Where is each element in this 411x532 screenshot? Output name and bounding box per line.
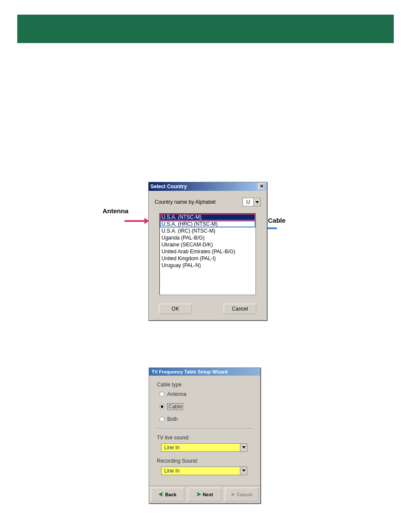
alphabet-dropdown[interactable]: U bbox=[243, 198, 261, 206]
chevron-down-icon bbox=[240, 444, 247, 451]
cancel-label: Cancel bbox=[237, 492, 252, 497]
back-button[interactable]: ⮜ Back bbox=[151, 488, 184, 501]
back-label: Back bbox=[165, 492, 176, 497]
dropdown-value: Line In bbox=[162, 444, 240, 451]
ok-button[interactable]: OK bbox=[159, 304, 192, 314]
alphabet-value: U bbox=[243, 198, 253, 206]
arrow-red-icon bbox=[125, 217, 149, 225]
list-item[interactable]: U.S.A. (HRC) (NTSC-M) bbox=[160, 221, 255, 227]
next-label: Next bbox=[203, 492, 213, 497]
next-icon: ⮞ bbox=[196, 492, 201, 497]
cancel-button[interactable]: Cancel bbox=[224, 304, 256, 314]
svg-marker-4 bbox=[255, 201, 259, 203]
page-header-bar bbox=[17, 15, 394, 43]
radio-antenna[interactable]: Antenna bbox=[159, 391, 252, 397]
chevron-down-icon bbox=[253, 198, 260, 206]
close-button[interactable]: ✕ bbox=[258, 184, 265, 190]
radio-both[interactable]: Both bbox=[159, 416, 252, 422]
list-item[interactable]: Ukraine (SECAM-D/K) bbox=[160, 241, 255, 248]
tv-live-sound-dropdown[interactable]: Line In bbox=[161, 443, 247, 452]
annotation-antenna-label: Antenna bbox=[103, 207, 128, 215]
cable-type-label: Cable type bbox=[157, 382, 252, 388]
radio-label: Antenna bbox=[167, 391, 187, 397]
radio-icon bbox=[159, 417, 165, 422]
dialog-titlebar[interactable]: TV Frequency Table Setup Wizard bbox=[149, 368, 260, 376]
recording-sound-dropdown[interactable]: Line In bbox=[161, 467, 247, 475]
cancel-icon: ✕ bbox=[231, 492, 235, 498]
svg-marker-6 bbox=[242, 470, 246, 472]
radio-label: Cable bbox=[167, 403, 183, 410]
radio-icon bbox=[159, 392, 165, 397]
select-country-dialog: Select Country ✕ Country name by Alphabe… bbox=[148, 182, 267, 320]
next-button[interactable]: ⮞ Next bbox=[188, 488, 221, 501]
dialog-title: TV Frequency Table Setup Wizard bbox=[152, 369, 227, 374]
radio-cable[interactable]: Cable bbox=[159, 403, 252, 410]
list-item[interactable]: U.S.A. (IRC) (NTSC-M) bbox=[160, 227, 255, 234]
list-item[interactable]: Uruguay (PAL-N) bbox=[160, 262, 255, 269]
dialog-title: Select Country bbox=[150, 184, 187, 190]
annotation-cable-label: Cable bbox=[268, 217, 286, 224]
close-icon: ✕ bbox=[260, 184, 264, 189]
list-item[interactable]: United Arab Emirates (PAL-B/G) bbox=[160, 248, 255, 255]
dialog-titlebar[interactable]: Select Country ✕ bbox=[149, 182, 267, 191]
svg-marker-5 bbox=[242, 446, 246, 448]
back-icon: ⮜ bbox=[159, 492, 163, 497]
alphabet-label: Country name by Alphabet bbox=[155, 199, 215, 205]
list-item[interactable]: U.S.A. (NTSC-M) bbox=[160, 214, 255, 221]
radio-label: Both bbox=[167, 416, 178, 422]
tv-live-sound-label: TV live sound: bbox=[157, 435, 252, 441]
list-item[interactable]: United Kingdom (PAL-I) bbox=[160, 255, 255, 262]
divider bbox=[157, 428, 252, 429]
tv-frequency-wizard-dialog: TV Frequency Table Setup Wizard Cable ty… bbox=[149, 367, 261, 504]
radio-icon bbox=[159, 404, 165, 409]
chevron-down-icon bbox=[240, 467, 247, 475]
country-listbox[interactable]: U.S.A. (NTSC-M) U.S.A. (HRC) (NTSC-M) U.… bbox=[159, 213, 256, 295]
recording-sound-label: Recording Sound: bbox=[157, 458, 252, 464]
dropdown-value: Line In bbox=[162, 467, 240, 475]
list-item[interactable]: Uganda (PAL-B/G) bbox=[160, 234, 255, 241]
cancel-button[interactable]: ✕ Cancel bbox=[225, 488, 258, 501]
